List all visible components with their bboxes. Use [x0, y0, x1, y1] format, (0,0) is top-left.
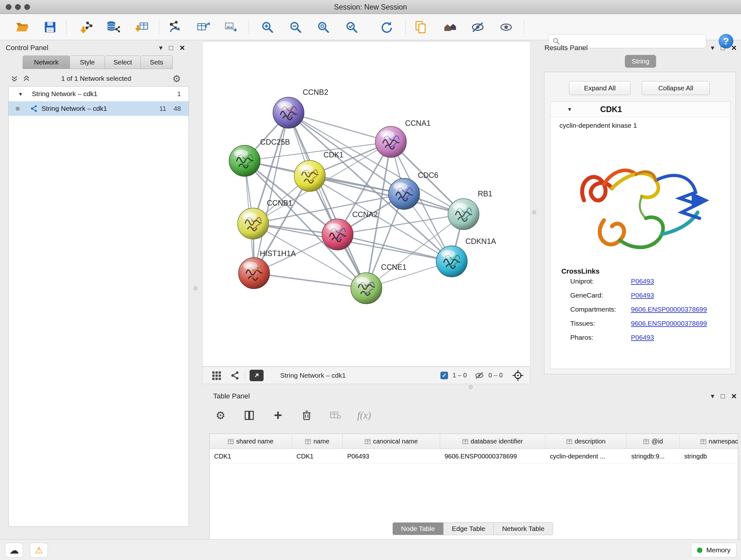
- network-edge[interactable]: [254, 113, 288, 273]
- table-cell: stringdb: [680, 449, 738, 463]
- save-session-button[interactable]: [41, 18, 59, 36]
- collapse-all-button[interactable]: Collapse All: [642, 81, 710, 95]
- function-builder-icon[interactable]: f(x): [357, 410, 372, 421]
- expand-all-button[interactable]: Expand All: [569, 81, 630, 95]
- node-label: CCNA2: [352, 210, 378, 219]
- birds-eye-grid-icon[interactable]: [211, 370, 222, 381]
- control-panel-maximize-icon[interactable]: □: [169, 44, 173, 51]
- right-splitter-handle[interactable]: [532, 210, 536, 214]
- tab-style[interactable]: Style: [70, 56, 105, 69]
- delete-column-trash-icon[interactable]: [299, 410, 314, 421]
- column-header-database-identifier[interactable]: database identifier: [440, 434, 545, 449]
- horizontal-splitter-handle[interactable]: [469, 385, 473, 389]
- crosslink-link[interactable]: P06493: [631, 292, 654, 299]
- table-panel-float-icon[interactable]: ▾: [711, 393, 714, 400]
- selected-checkbox-icon[interactable]: ✓: [441, 372, 448, 379]
- network-node-CDKN1A[interactable]: [436, 246, 468, 277]
- tab-edge-table[interactable]: Edge Table: [444, 522, 494, 535]
- network-node-CCNA1[interactable]: [375, 126, 407, 158]
- cdk1-section-header[interactable]: ▼ CDK1: [550, 102, 730, 117]
- tab-network-table[interactable]: Network Table: [494, 522, 553, 535]
- memory-button[interactable]: Memory: [691, 543, 737, 557]
- hide-selected-button[interactable]: [469, 18, 487, 36]
- network-node-RB1[interactable]: [448, 199, 479, 230]
- network-options-gear-icon[interactable]: ⚙: [172, 73, 181, 84]
- control-panel-close-icon[interactable]: ×: [180, 44, 185, 52]
- network-collection-row[interactable]: ▼ String Network – cdk1 1: [9, 86, 189, 101]
- crosslink-link[interactable]: 9606.ENSP00000378699: [631, 320, 707, 327]
- tab-sets[interactable]: Sets: [141, 56, 173, 69]
- crosslink-label: Uniprot:: [570, 277, 631, 285]
- node-label: CCNB1: [267, 199, 292, 207]
- control-panel-float-icon[interactable]: ▾: [159, 44, 162, 51]
- network-edge[interactable]: [288, 113, 366, 288]
- refresh-view-button[interactable]: [378, 18, 395, 36]
- node-gloss: [380, 131, 394, 138]
- column-header-shared-name[interactable]: shared name: [210, 434, 292, 449]
- crosslink-link[interactable]: P06493: [631, 334, 654, 341]
- column-header-label: shared name: [236, 438, 273, 445]
- network-node-CDC6[interactable]: [388, 178, 420, 209]
- crosslink-link[interactable]: P06493: [631, 277, 654, 285]
- column-header-canonical-name[interactable]: canonical name: [343, 434, 440, 449]
- crosslink-link[interactable]: 9606.ENSP00000378699: [631, 306, 707, 313]
- column-header-description[interactable]: description: [545, 434, 627, 449]
- clone-network-button[interactable]: [412, 18, 430, 36]
- column-header-label: name: [313, 438, 329, 445]
- new-network-icon: [168, 20, 182, 34]
- status-bar: ☁ ⚠ Memory: [0, 539, 741, 560]
- section-collapse-icon[interactable]: ▼: [567, 107, 572, 112]
- network-row-selected[interactable]: String Network – cdk1 11 48: [9, 101, 189, 116]
- zoom-out-button[interactable]: [286, 18, 305, 36]
- new-network-button[interactable]: [166, 18, 184, 36]
- tab-network[interactable]: Network: [23, 56, 70, 69]
- node-label: HIST1H1A: [260, 249, 296, 258]
- results-panel-close-icon[interactable]: ×: [731, 44, 737, 52]
- warnings-button[interactable]: ⚠: [30, 543, 48, 557]
- open-session-button[interactable]: [13, 18, 31, 36]
- show-all-button[interactable]: [497, 18, 515, 36]
- import-network-database-button[interactable]: [104, 18, 122, 36]
- results-panel-float-icon[interactable]: ▾: [711, 44, 714, 51]
- hidden-eye-slash-icon[interactable]: [475, 371, 484, 380]
- column-header--id[interactable]: @id: [627, 434, 680, 449]
- crosshair-icon[interactable]: [512, 370, 524, 381]
- column-header-name[interactable]: name: [292, 434, 343, 449]
- tab-node-table[interactable]: Node Table: [393, 522, 444, 535]
- network-canvas[interactable]: CCNB2CCNA1CDC25BCDK1CDC6RB1CCNB1CCNA2CDK…: [202, 42, 530, 367]
- import-network-file-button[interactable]: [77, 18, 95, 36]
- new-network-from-table-button[interactable]: [194, 18, 212, 36]
- tab-string[interactable]: String: [625, 55, 656, 68]
- zoom-selected-button[interactable]: [343, 18, 360, 36]
- network-edge[interactable]: [254, 273, 366, 288]
- tab-select[interactable]: Select: [105, 56, 141, 69]
- export-image-button[interactable]: [222, 18, 240, 36]
- left-splitter-handle[interactable]: [194, 287, 198, 290]
- tree-expander-icon[interactable]: ▼: [18, 91, 23, 97]
- table-settings-gear-icon[interactable]: ⚙: [213, 409, 228, 422]
- network-share-toggle-icon[interactable]: [230, 370, 240, 381]
- node-gloss: [234, 149, 248, 157]
- column-header-label: namespace: [709, 438, 738, 445]
- network-node-CCNA2[interactable]: [322, 219, 353, 250]
- table-panel-close-icon[interactable]: ×: [731, 392, 737, 401]
- add-column-plus-icon[interactable]: +: [271, 408, 285, 423]
- eye-slash-icon: [471, 20, 485, 34]
- zoom-fit-button[interactable]: [314, 18, 332, 36]
- network-label: String Network – cdk1: [42, 105, 107, 112]
- table-cell: stringdb:9...: [627, 449, 680, 463]
- import-table-button[interactable]: [133, 18, 151, 36]
- cloud-status-button[interactable]: ☁: [5, 543, 23, 557]
- table-row[interactable]: CDK1CDK1P064939606.ENSP00000378699cyclin…: [210, 449, 738, 464]
- houses-icon: [443, 20, 457, 34]
- home-legacy-button[interactable]: [441, 18, 459, 36]
- zoom-in-button[interactable]: [259, 18, 276, 36]
- network-view-toolbar: String Network – cdk1 ✓ 1 – 0 0 – 0: [202, 367, 530, 384]
- column-header-namespace[interactable]: namespace: [680, 434, 738, 449]
- show-columns-icon[interactable]: [242, 410, 257, 421]
- results-panel-maximize-icon[interactable]: □: [721, 44, 725, 51]
- table-panel-maximize-icon[interactable]: □: [721, 393, 725, 400]
- network-node-CCNB2[interactable]: [273, 97, 304, 128]
- open-in-window-button[interactable]: [250, 370, 264, 381]
- network-edge[interactable]: [338, 234, 452, 261]
